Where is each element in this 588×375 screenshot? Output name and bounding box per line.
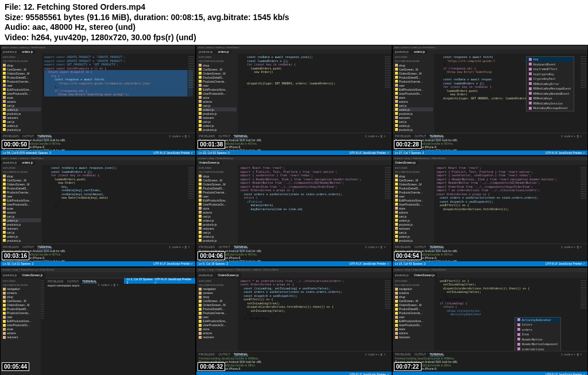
terminal-tab[interactable]: TERMINAL xyxy=(234,245,248,249)
folder-user[interactable]: user xyxy=(198,194,237,198)
file-item[interactable]: EditProductsScre... xyxy=(198,319,237,323)
autocomplete-item[interactable]: keyframeEffect xyxy=(527,67,574,72)
terminal-panel[interactable]: PROBLEMSOUTPUTTERMINAL 1: node ▾ + 🗑 × R… xyxy=(393,133,587,150)
file-item[interactable]: ProductDetailS... xyxy=(198,307,237,311)
file-item[interactable]: cart.js xyxy=(2,103,41,107)
file-item[interactable]: products.js xyxy=(2,238,41,242)
terminal-tab[interactable]: PROBLEMS xyxy=(395,134,411,138)
autocomplete-item[interactable]: MSMediaKeyNeededEvent xyxy=(527,91,574,96)
folder-shop[interactable]: shop xyxy=(2,63,41,67)
file-item[interactable]: ProductsOvervie... xyxy=(2,311,40,315)
file-item[interactable]: orders.js xyxy=(394,234,433,238)
file-item[interactable]: products.js xyxy=(2,111,41,115)
file-item[interactable]: CartScreen...M xyxy=(394,178,433,182)
file-item[interactable]: products.js xyxy=(198,127,237,132)
video-thumbnail[interactable]: screens > shop > OrdersScreen.js > Order… xyxy=(392,156,588,266)
terminal-panel[interactable]: PROBLEMSOUTPUTTERMINAL 1: node ▾ + 🗑 × F… xyxy=(196,351,391,372)
minimap[interactable] xyxy=(384,278,392,351)
explorer-sidebar[interactable]: EXPLORERRN-COMPLETE-GUIDEnavigationscree… xyxy=(393,278,434,351)
folder-actions[interactable]: actions xyxy=(394,210,433,214)
file-item[interactable]: CartScreen...M xyxy=(198,299,237,303)
terminal-tab[interactable]: OUTPUT xyxy=(414,134,426,138)
explorer-sidebar[interactable]: EXPLORERRN-COMPLETE-GUIDEshopCartScreen.… xyxy=(1,54,42,133)
folder-shop[interactable]: shop xyxy=(198,174,237,178)
code-editor[interactable]: useEffect(() => { setIsLoading(true); di… xyxy=(434,278,587,351)
folder-item[interactable]: navigation xyxy=(394,287,433,291)
file-item[interactable]: cart.js xyxy=(198,103,237,107)
folder-actions[interactable]: actions xyxy=(198,99,237,103)
file-item[interactable]: UserProductsSc... xyxy=(394,323,433,327)
file-item[interactable]: cart.js xyxy=(198,119,237,123)
code-editor[interactable]: export const CREATE_PRODUCT = 'CREATE_PR… xyxy=(42,54,195,133)
file-item[interactable]: orders.js xyxy=(198,107,237,111)
folder-reducers[interactable]: reducers xyxy=(394,226,433,230)
file-item[interactable]: EditProductsScre... xyxy=(394,319,433,323)
autocomplete-popup[interactable]: keyKeyboardEventkeyframeEffectkeyCryptoK… xyxy=(526,56,574,111)
explorer-sidebar[interactable]: EXPLORERRN-COMPLETE-GUIDEshopCartScreen.… xyxy=(196,54,238,133)
folder-item[interactable]: store xyxy=(198,327,237,331)
terminal-tab[interactable]: PROBLEMS xyxy=(199,134,215,138)
terminal-tab[interactable]: PROBLEMS xyxy=(48,280,64,283)
file-item[interactable]: products.js xyxy=(394,111,433,115)
folder-item[interactable]: shop xyxy=(198,295,237,299)
folder-actions[interactable]: actions xyxy=(2,99,41,103)
folder-user[interactable]: user xyxy=(2,83,41,87)
file-item[interactable]: ProductDetailS... xyxy=(198,186,237,190)
explorer-sidebar[interactable]: EXPLORERRN-COMPLETE-GUIDEnavigationscree… xyxy=(196,278,238,351)
editor-tab[interactable]: orders.js xyxy=(216,49,231,54)
terminal-tab[interactable]: PROBLEMS xyxy=(3,134,19,138)
file-item[interactable]: UserProductsSc... xyxy=(394,202,433,206)
file-item[interactable]: orders.js xyxy=(198,234,237,238)
editor-tab[interactable]: products.js xyxy=(393,49,411,54)
folder-item[interactable]: shop xyxy=(2,295,40,299)
terminal-panel[interactable]: PROBLEMSOUTPUTTERMINAL 1: node ▾ + 🗑 × R… xyxy=(393,243,587,261)
file-item[interactable]: OrdersScreen...M xyxy=(2,71,41,75)
autocomplete-item[interactable]: CryptoKeyPair xyxy=(527,76,574,82)
editor-tab[interactable]: OrdersScreen.js xyxy=(393,160,418,165)
folder-shop[interactable]: shop xyxy=(2,174,41,178)
file-item[interactable]: ProductDetailS... xyxy=(394,307,433,311)
video-thumbnail[interactable]: screens > shop > OrdersScreen.js OrdersS… xyxy=(196,156,392,266)
folder-reducers[interactable]: reducers xyxy=(198,226,237,230)
folder-user[interactable]: user xyxy=(394,83,433,87)
autocomplete-item[interactable]: Colors xyxy=(515,322,560,327)
file-item[interactable]: CartScreen...M xyxy=(198,178,237,182)
file-item[interactable]: orders.js xyxy=(198,218,237,222)
terminal-tab[interactable]: TERMINAL xyxy=(82,280,96,284)
terminal-tab[interactable]: TERMINAL xyxy=(234,353,248,357)
folder-item[interactable]: reducers xyxy=(2,335,40,339)
file-item[interactable]: OrdersScreen...M xyxy=(198,303,237,307)
folder-item[interactable]: reducers xyxy=(198,335,237,339)
file-item[interactable]: cart.js xyxy=(394,103,433,107)
folder-item[interactable]: screens xyxy=(198,291,237,295)
video-thumbnail[interactable]: store > actions > orders.js > fetchOrder… xyxy=(392,45,588,156)
code-editor[interactable]: const resData = await response.json(); c… xyxy=(42,165,195,243)
autocomplete-item[interactable]: ActivityIndicator xyxy=(515,318,560,323)
folder-user[interactable]: user xyxy=(394,194,433,198)
terminal-tab[interactable]: OUTPUT xyxy=(218,245,230,249)
minimap[interactable] xyxy=(41,278,45,375)
autocomplete-item[interactable]: MSMediaKeys xyxy=(527,96,574,101)
terminal-tab[interactable]: TERMINAL xyxy=(430,134,444,138)
file-item[interactable]: UserProductsSc... xyxy=(198,323,237,327)
folder-store[interactable]: store xyxy=(2,95,41,99)
file-item[interactable]: ProductsOvervie... xyxy=(394,311,433,315)
file-item[interactable]: UserProductsSc... xyxy=(394,91,433,95)
file-item[interactable]: CartScreen...M xyxy=(394,67,433,71)
autocomplete-item[interactable]: MSMediaKeySession xyxy=(527,101,574,106)
folder-user[interactable]: user xyxy=(198,315,237,319)
folder-shop[interactable]: shop xyxy=(394,174,433,178)
file-item[interactable]: cart.js xyxy=(2,119,41,123)
file-item[interactable]: products.js xyxy=(2,222,41,226)
terminal-tab[interactable]: TERMINAL xyxy=(430,353,444,357)
explorer-sidebar[interactable]: EXPLORERRN-COMPLETE-GUIDEshopCartScreen.… xyxy=(1,165,42,243)
folder-store[interactable]: store xyxy=(394,95,433,99)
file-item[interactable]: CartScreen...M xyxy=(2,67,41,71)
folder-item[interactable]: store xyxy=(2,327,40,331)
autocomplete-item[interactable]: keyCryptoKey xyxy=(527,72,574,77)
file-item[interactable]: orders.js xyxy=(2,218,41,222)
editor-tab[interactable]: products.js xyxy=(393,272,411,278)
file-item[interactable]: products.js xyxy=(198,222,237,226)
explorer-sidebar[interactable]: EXPLORERRN-COMPLETE-GUIDEshopCartScreen.… xyxy=(393,165,434,243)
folder-item[interactable]: screens xyxy=(2,291,40,295)
